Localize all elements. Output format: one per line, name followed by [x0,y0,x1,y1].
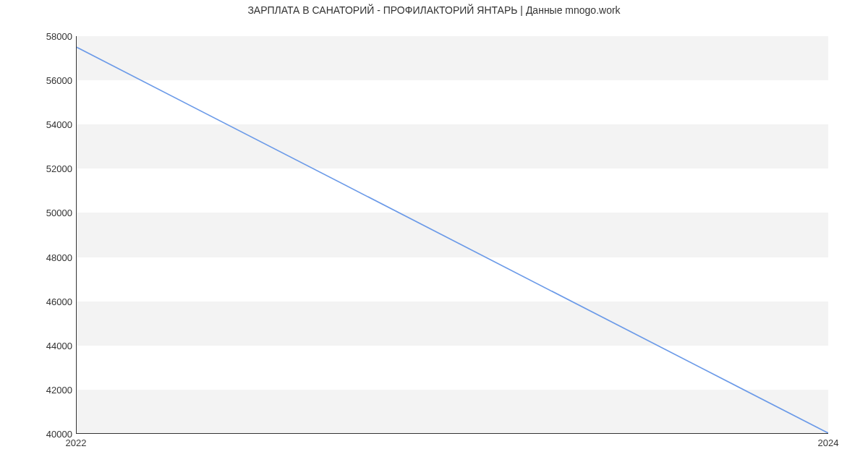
chart-container: ЗАРПЛАТА В САНАТОРИЙ - ПРОФИЛАКТОРИЙ ЯНТ… [0,0,868,470]
data-line [77,36,828,433]
y-tick-label: 46000 [33,296,72,307]
x-tick-label: 2022 [66,437,87,448]
series-line [77,47,828,433]
y-tick-label: 54000 [33,119,72,130]
y-tick-label: 50000 [33,208,72,218]
y-tick-label: 58000 [33,31,72,42]
plot-area [76,36,828,434]
y-tick-label: 42000 [33,384,72,395]
y-tick-label: 52000 [33,163,72,174]
y-tick-label: 48000 [33,252,72,262]
x-tick-label: 2024 [818,437,839,448]
y-tick-label: 56000 [33,75,72,86]
chart-title: ЗАРПЛАТА В САНАТОРИЙ - ПРОФИЛАКТОРИЙ ЯНТ… [0,4,868,16]
y-tick-label: 44000 [33,340,72,351]
